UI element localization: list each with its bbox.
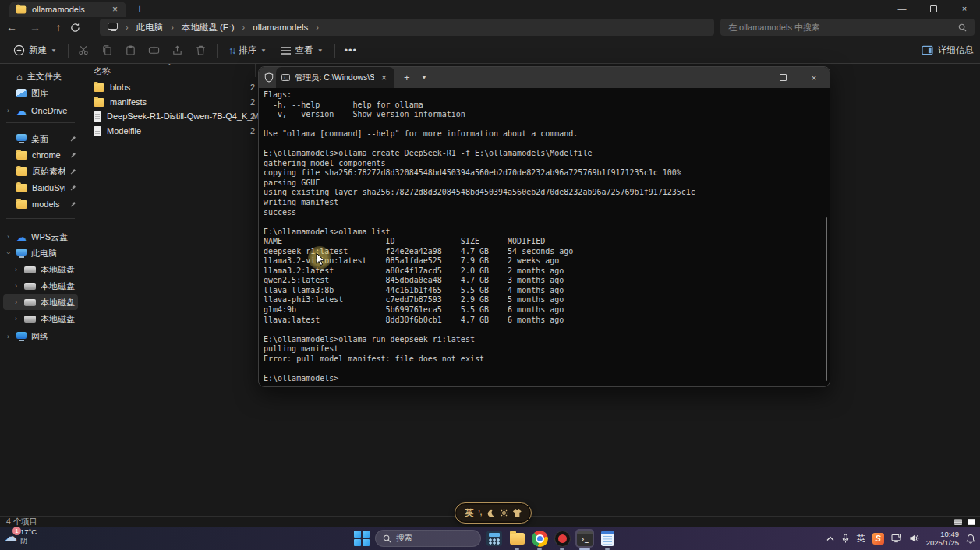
sidebar-item-this-pc[interactable]: ›此电脑 — [3, 245, 78, 261]
file-row-manifests[interactable]: manifests — [84, 95, 253, 109]
sidebar-item-drive-f[interactable]: ›本地磁盘 (F:) — [3, 311, 78, 326]
column-header-name[interactable]: 名称 — [94, 65, 111, 77]
chevron-right-icon[interactable]: › — [12, 282, 19, 290]
chevron-right-icon[interactable]: › — [12, 298, 19, 306]
sort-button[interactable]: ↑↓ 排序 ▼ — [221, 40, 274, 62]
copy-icon — [101, 44, 113, 56]
notifications-bell-icon[interactable] — [966, 534, 975, 544]
forward-icon[interactable]: → — [23, 21, 47, 33]
clock[interactable]: 10:49 2025/1/25 — [926, 530, 959, 548]
maximize-button[interactable] — [767, 67, 798, 88]
breadcrumb-separator: › — [121, 23, 133, 32]
explorer-tab[interactable]: ollamamodels × — [9, 2, 126, 17]
sidebar-item-raw-material[interactable]: 原始素材 — [3, 164, 78, 179]
minimize-button[interactable]: — — [886, 0, 918, 17]
tab-close-icon[interactable]: × — [379, 72, 389, 83]
skin-shirt-icon[interactable] — [513, 509, 522, 517]
copy-button[interactable] — [96, 40, 119, 62]
paste-button[interactable] — [119, 40, 143, 62]
delete-button[interactable] — [189, 40, 213, 62]
cast-display-icon[interactable] — [891, 534, 902, 543]
taskbar-app-explorer[interactable] — [508, 529, 526, 548]
taskbar-app-terminal[interactable]: ›_ — [575, 529, 594, 548]
weather-widget[interactable]: ☁1 17°C 阴 — [5, 528, 37, 545]
terminal-title-bar[interactable]: ›_ 管理员: C:\Windows\System32 × + ▼ — × — [259, 67, 830, 88]
tab-dropdown-icon[interactable]: ▼ — [421, 74, 427, 81]
details-view-button[interactable] — [952, 517, 964, 526]
sidebar-item-wps-cloud[interactable]: ›☁WPS云盘 — [3, 229, 78, 245]
sidebar-item-drive-e[interactable]: ›本地磁盘 (E:) — [3, 294, 78, 310]
new-tab-button[interactable]: + — [404, 72, 410, 83]
terminal-scrollbar[interactable] — [826, 217, 827, 381]
sogou-icon[interactable]: S — [872, 533, 884, 545]
maximize-button[interactable] — [918, 0, 949, 17]
taskbar-app-calculator[interactable] — [485, 529, 504, 548]
home-icon: ⌂ — [16, 72, 23, 82]
ime-language-indicator[interactable]: 英 — [857, 533, 865, 545]
cut-button[interactable] — [73, 40, 96, 62]
explorer-search-box[interactable]: 在 ollamamodels 中搜索 — [720, 19, 975, 36]
status-divider — [44, 518, 44, 525]
chevron-right-icon[interactable]: › — [5, 107, 12, 115]
up-icon[interactable]: ↑ — [47, 21, 70, 33]
taskbar-app-chrome[interactable] — [530, 529, 549, 548]
terminal-output[interactable]: Flags: -h, --help help for ollama -v, --… — [259, 88, 830, 387]
breadcrumb-this-pc[interactable]: 此电脑 — [136, 22, 164, 33]
new-button[interactable]: 新建 ▼ — [6, 40, 64, 62]
close-button[interactable]: × — [798, 67, 830, 88]
details-pane-button[interactable]: 详细信息 — [922, 44, 974, 56]
new-tab-button[interactable]: + — [133, 2, 147, 15]
chevron-right-icon[interactable]: › — [12, 315, 19, 323]
chevron-right-icon[interactable]: › — [12, 266, 19, 273]
sidebar-item-gallery[interactable]: 图库 — [3, 85, 78, 100]
file-row-modelfile[interactable]: Modelfile — [84, 124, 253, 138]
refresh-icon[interactable] — [70, 23, 94, 33]
sidebar-item-baidusyncdisk[interactable]: BaiduSyncdisk — [3, 180, 78, 196]
taskbar-app-recorder[interactable] — [553, 529, 571, 548]
sidebar-item-models[interactable]: models — [3, 196, 78, 212]
taskbar-app-notepad[interactable] — [598, 529, 617, 548]
plus-circle-icon — [13, 44, 25, 56]
moon-icon[interactable] — [486, 509, 494, 517]
speaker-icon[interactable] — [909, 534, 919, 543]
sidebar-item-desktop[interactable]: 桌面 — [3, 131, 78, 146]
view-button[interactable]: 查看 ▼ — [274, 40, 331, 62]
ime-toolbar[interactable]: 英 ’, — [455, 502, 532, 524]
chevron-right-icon[interactable]: › — [5, 333, 12, 340]
chevron-down-icon[interactable]: › — [5, 250, 12, 257]
rename-button[interactable] — [143, 40, 166, 62]
back-icon[interactable]: ← — [0, 21, 23, 33]
chevron-right-icon[interactable]: › — [5, 233, 12, 241]
gear-icon[interactable] — [500, 509, 508, 517]
breadcrumb-ollamamodels[interactable]: ollamamodels — [253, 23, 308, 32]
sidebar-item-drive-c[interactable]: ›本地磁盘 (C:) — [3, 262, 78, 277]
file-row-blobs[interactable]: blobs — [84, 80, 253, 94]
mouse-cursor — [316, 252, 326, 266]
close-button[interactable]: × — [949, 0, 980, 17]
hidden-icons-button[interactable] — [826, 536, 834, 541]
sidebar-item-onedrive[interactable]: ›☁OneDrive — [3, 103, 78, 118]
file-row-gguf[interactable]: DeepSeek-R1-Distill-Qwen-7B-Q4_K_M.gguf — [84, 109, 253, 123]
icons-view-button[interactable] — [965, 517, 977, 526]
microphone-icon[interactable] — [841, 534, 850, 544]
sidebar-item-drive-d[interactable]: ›本地磁盘 (D:) — [3, 278, 78, 294]
sidebar-item-home[interactable]: ⌂主文件夹 — [3, 69, 78, 84]
tab-close-icon[interactable]: × — [110, 4, 120, 15]
terminal-tab[interactable]: ›_ 管理员: C:\Windows\System32 × — [276, 67, 394, 88]
sidebar-item-network[interactable]: ›网络 — [3, 329, 78, 344]
column-divider[interactable] — [255, 64, 256, 77]
start-button[interactable] — [352, 529, 371, 548]
terminal-window[interactable]: ›_ 管理员: C:\Windows\System32 × + ▼ — × Fl… — [258, 66, 830, 387]
more-options-button[interactable]: ••• — [339, 40, 363, 62]
sidebar-item-chrome[interactable]: chrome — [3, 147, 78, 163]
command-toolbar: 新建 ▼ ↑↓ 排序 ▼ 查看 ▼ — [0, 37, 980, 64]
folder-icon — [94, 98, 104, 107]
breadcrumb-drive-e[interactable]: 本地磁盘 (E:) — [182, 22, 235, 33]
share-button[interactable] — [166, 40, 189, 62]
ime-punctuation-button[interactable]: ’, — [478, 509, 482, 517]
taskbar-search[interactable]: 搜索 — [375, 530, 481, 547]
this-pc-icon — [108, 23, 118, 30]
desktop-icon — [16, 134, 27, 141]
minimize-button[interactable]: — — [736, 67, 767, 88]
ime-mode-label[interactable]: 英 — [465, 509, 473, 517]
